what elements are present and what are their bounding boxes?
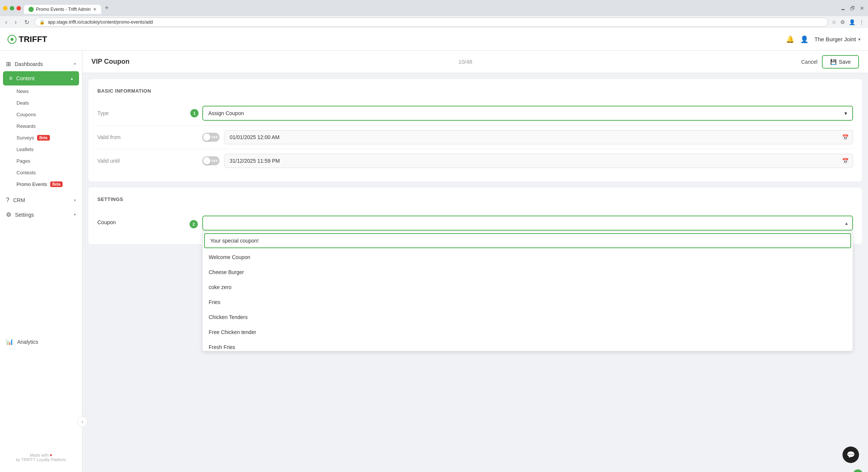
back-btn[interactable]: ‹ — [3, 18, 9, 26]
maximize-window-btn[interactable]: 🗗 — [849, 4, 856, 12]
cancel-button[interactable]: Cancel — [801, 59, 817, 65]
dropdown-item-6[interactable]: Free Chicken tender — [203, 325, 853, 340]
active-tab[interactable]: Promo Events - Trifft Admin ✕ — [24, 5, 101, 14]
type-label: Type — [97, 110, 202, 116]
valid-until-toggle[interactable]: OFF — [202, 156, 220, 165]
analytics-icon: 📊 — [6, 338, 13, 345]
reload-btn[interactable]: ↻ — [22, 18, 31, 27]
sidebar-item-leaflets[interactable]: Leaflets — [0, 144, 82, 155]
dashboards-label: Dashboards — [15, 61, 70, 67]
user-profile-btn[interactable]: 👤 — [800, 35, 808, 43]
coupon-search-input[interactable] — [208, 220, 837, 226]
sidebar-item-coupons[interactable]: Coupons — [0, 109, 82, 120]
browser-chrome: Promo Events - Trifft Admin ✕ + 🗕 🗗 ✕ — [0, 0, 868, 16]
close-window-btn[interactable]: ✕ — [859, 4, 865, 12]
extensions-btn[interactable]: ⚙ — [840, 18, 846, 26]
made-with-text: Made with ♥ — [6, 453, 76, 457]
notification-btn[interactable]: 🔔 — [786, 35, 794, 43]
browser-actions: ☆ ⚙ 👤 ⋮ — [831, 18, 865, 26]
valid-from-label: Valid from — [97, 134, 202, 140]
sidebar-item-dashboards[interactable]: ⊞ Dashboards ▾ — [0, 57, 82, 71]
new-tab-btn[interactable]: + — [101, 2, 113, 14]
sidebar-item-rewards[interactable]: Rewards — [0, 120, 82, 132]
trifft-logo: TRIFFT — [7, 34, 47, 44]
chat-fab-button[interactable]: 💬 — [843, 447, 859, 463]
page-counter: 10/48 — [130, 58, 801, 65]
dropdown-item-4[interactable]: Fries — [203, 295, 853, 310]
basic-info-title: BASIC INFORMATION — [97, 88, 853, 94]
window-controls — [3, 6, 21, 10]
sidebar-item-deals[interactable]: Deals — [0, 97, 82, 109]
bookmark-btn[interactable]: ☆ — [831, 18, 837, 26]
dashboards-chevron-icon: ▾ — [74, 61, 76, 66]
sidebar-collapse-btn[interactable]: ‹ — [77, 417, 88, 427]
type-select[interactable]: 1 Assign Coupon ▾ — [202, 106, 853, 121]
dropdown-item-5[interactable]: Chicken Tenders — [203, 310, 853, 325]
valid-from-control: OFF 📅 — [202, 130, 853, 144]
profile-btn[interactable]: 👤 — [848, 18, 856, 26]
logo-icon — [7, 35, 16, 44]
sidebar-item-surveys[interactable]: Surveys Beta — [0, 132, 82, 144]
valid-until-toggle-knob — [203, 157, 211, 165]
sidebar-item-pages[interactable]: Pages — [0, 155, 82, 167]
valid-from-toggle[interactable]: OFF — [202, 133, 220, 142]
coupon-dropdown-trigger[interactable]: ▴ — [202, 216, 853, 231]
address-bar[interactable]: 🔒 app.stage.trifft.io/cacitokiy/content/… — [34, 18, 828, 27]
content-icon: ≡ — [9, 75, 12, 82]
rewards-label: Rewards — [16, 123, 36, 129]
dashboards-icon: ⊞ — [6, 60, 11, 67]
sidebar-item-news[interactable]: News — [0, 85, 82, 97]
settings-title: SETTINGS — [97, 196, 853, 202]
sidebar-content-sub: News Deals Coupons Rewards Surveys Beta … — [0, 85, 82, 190]
restaurant-selector[interactable]: The Burger Joint ▾ — [814, 36, 861, 42]
sidebar-item-contests[interactable]: Contests — [0, 167, 82, 178]
forward-btn[interactable]: › — [12, 18, 19, 26]
pages-label: Pages — [16, 158, 30, 164]
app-wrapper: TRIFFT 🔔 👤 The Burger Joint ▾ ⊞ Dashboar… — [0, 28, 868, 472]
page-header: VIP Coupon 10/48 Cancel 💾 Save 3 — [82, 51, 868, 73]
maximize-btn[interactable] — [10, 6, 14, 10]
settings-label: Settings — [15, 212, 70, 218]
valid-until-date-input[interactable] — [224, 154, 853, 168]
page-title: VIP Coupon — [91, 58, 130, 66]
coupon-label: Coupon — [97, 216, 202, 225]
content-label: Content — [16, 75, 67, 81]
dropdown-item-7[interactable]: Fresh Fries — [203, 340, 853, 351]
dropdown-item-0[interactable]: Your special coupon! — [204, 233, 851, 248]
valid-until-toggle-off-label: OFF — [211, 159, 218, 163]
surveys-badge: Beta — [37, 135, 50, 141]
sidebar-item-content[interactable]: ≡ Content ▴ — [3, 71, 79, 85]
sidebar-item-crm[interactable]: ? CRM ▾ — [0, 193, 82, 207]
sidebar-item-promo-events[interactable]: Promo Events Beta — [0, 178, 82, 190]
valid-from-date-input[interactable] — [224, 130, 853, 144]
tab-favicon — [28, 7, 34, 12]
chat-icon: 💬 — [847, 451, 855, 459]
step-3-indicator: 3 — [853, 469, 863, 472]
minimize-btn[interactable] — [3, 6, 7, 10]
restore-btn[interactable]: 🗕 — [840, 4, 846, 12]
tab-close-btn[interactable]: ✕ — [93, 7, 97, 12]
valid-from-row: Valid from OFF 📅 — [97, 126, 853, 149]
valid-from-calendar-icon[interactable]: 📅 — [842, 134, 849, 140]
dropdown-item-3[interactable]: coke zero — [203, 280, 853, 295]
sidebar-item-settings[interactable]: ⚙ Settings ▾ — [0, 207, 82, 222]
leaflets-label: Leaflets — [16, 147, 34, 152]
browser-tabs: Promo Events - Trifft Admin ✕ + — [24, 2, 112, 14]
dropdown-item-2[interactable]: Cheese Burger — [203, 265, 853, 280]
lock-icon: 🔒 — [39, 19, 45, 25]
sidebar-item-analytics[interactable]: 📊 Analytics — [0, 334, 82, 349]
coupon-dropdown-list: Your special coupon! Welcome Coupon Chee… — [202, 231, 853, 351]
content-chevron-icon: ▴ — [71, 76, 73, 81]
deals-label: Deals — [16, 100, 29, 106]
restaurant-name-text: The Burger Joint — [814, 36, 856, 42]
valid-until-calendar-icon[interactable]: 📅 — [842, 158, 849, 164]
valid-until-label: Valid until — [97, 158, 202, 164]
toggle-off-label: OFF — [211, 135, 218, 139]
step-2-indicator: 2 — [190, 220, 198, 228]
surveys-label: Surveys — [16, 135, 34, 141]
settings-icon: ⚙ — [6, 211, 11, 218]
close-btn[interactable] — [16, 6, 21, 10]
dropdown-item-1[interactable]: Welcome Coupon — [203, 250, 853, 265]
save-button[interactable]: 💾 Save — [822, 55, 859, 69]
menu-btn[interactable]: ⋮ — [858, 18, 865, 26]
